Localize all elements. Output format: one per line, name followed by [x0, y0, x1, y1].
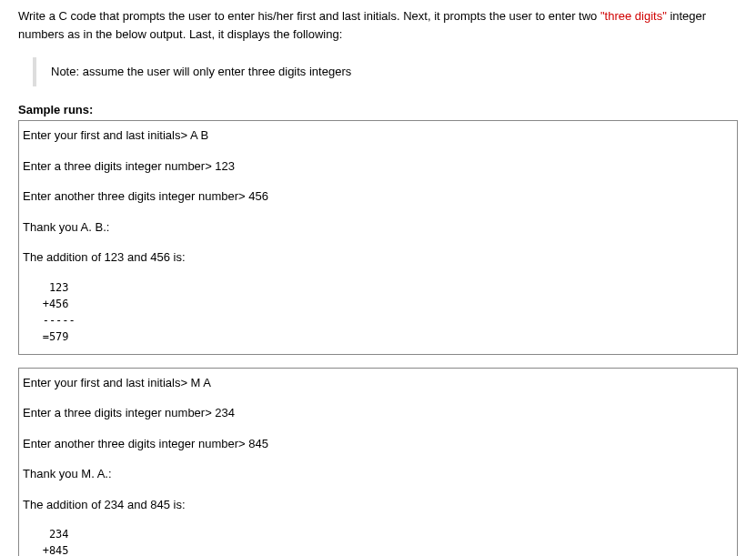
intro-part1: Write a C code that prompts the user to …	[18, 9, 600, 23]
note-text: Note: assume the user will only enter th…	[51, 65, 351, 78]
sample-runs-label: Sample runs:	[18, 101, 738, 119]
document-body: Write a C code that prompts the user to …	[0, 0, 756, 556]
sample-run-1: Enter your first and last initials> A B …	[18, 120, 738, 355]
run2-line3: Enter another three digits integer numbe…	[23, 435, 731, 453]
run2-calc: 234 +845 ----- =1079	[23, 526, 731, 556]
run2-line2: Enter a three digits integer number> 234	[23, 404, 731, 422]
sample-run-2: Enter your first and last initials> M A …	[18, 368, 738, 557]
run2-line4: Thank you M. A.:	[23, 465, 731, 483]
note-block: Note: assume the user will only enter th…	[33, 57, 738, 86]
run1-calc: 123 +456 ----- =579	[23, 279, 731, 345]
problem-statement: Write a C code that prompts the user to …	[18, 7, 738, 43]
run2-line5: The addition of 234 and 845 is:	[23, 496, 731, 514]
run2-line1: Enter your first and last initials> M A	[23, 374, 731, 392]
run1-line4: Thank you A. B.:	[23, 218, 731, 237]
intro-highlight: "three digits"	[600, 9, 667, 23]
run1-line5: The addition of 123 and 456 is:	[23, 248, 731, 267]
run1-line1: Enter your first and last initials> A B	[23, 126, 731, 145]
run1-line3: Enter another three digits integer numbe…	[23, 187, 731, 206]
run1-line2: Enter a three digits integer number> 123	[23, 157, 731, 176]
